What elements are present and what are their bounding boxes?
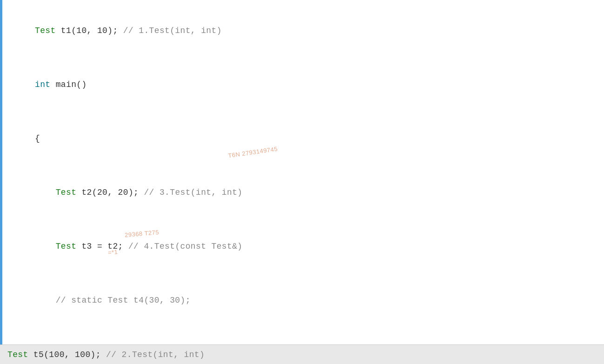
line-3-content: { <box>0 112 40 165</box>
code-line-6: // static Test t4(30, 30); <box>0 273 604 327</box>
left-border <box>0 0 2 344</box>
code-line-3: { <box>0 112 604 165</box>
code-line-1: Test t1(10, 10); // 1.Test(int, int) <box>0 4 604 58</box>
line-5-content: Test t3 = t2; // 4.Test(const Test&) <box>0 220 242 273</box>
code-line-4: Test t2(20, 20); // 3.Test(int, int) <box>0 165 604 219</box>
bottom-line-content: Test t5(100, 100); // 2.Test(int, int) <box>4 350 205 359</box>
code-line-5: Test t3 = t2; // 4.Test(const Test&) <box>0 219 604 273</box>
line-4-content: Test t2(20, 20); // 3.Test(int, int) <box>0 166 242 219</box>
line-2-content: int main() <box>0 58 87 111</box>
line-6-content: // static Test t4(30, 30); <box>0 274 191 327</box>
code-container: Test t1(10, 10); // 1.Test(int, int) int… <box>0 0 604 364</box>
bottom-bar: Test t5(100, 100); // 2.Test(int, int) <box>0 344 604 364</box>
code-line-2: int main() <box>0 58 604 112</box>
line-1-content: Test t1(10, 10); // 1.Test(int, int) <box>0 4 222 57</box>
